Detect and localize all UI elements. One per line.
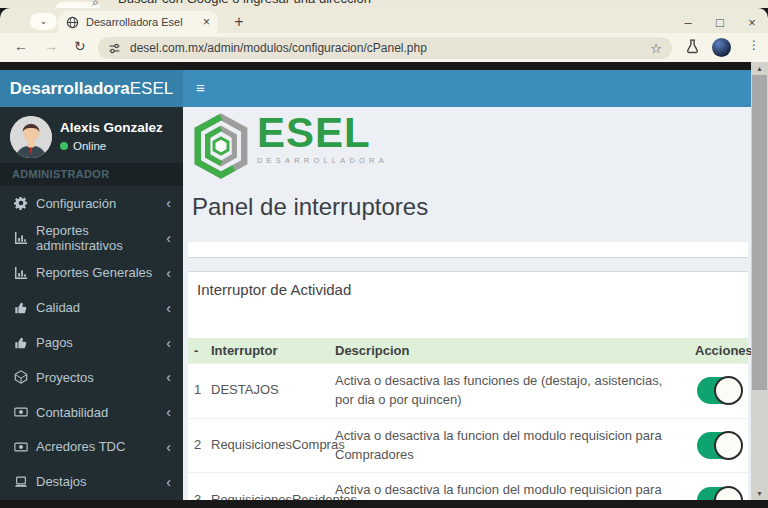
toggle-switch-requisiciones-compras[interactable] xyxy=(697,432,742,459)
switch-name: RequisicionesResidentes xyxy=(205,473,329,500)
window-controls: – □ × xyxy=(680,15,760,30)
scroll-down-icon[interactable]: ▼ xyxy=(751,490,768,497)
column-header-acciones: Acciones xyxy=(689,338,748,364)
sidebar-item-reportes-administrativos[interactable]: Reportes administrativos ‹ xyxy=(0,221,183,256)
close-button[interactable]: × xyxy=(744,15,760,30)
tab-search-button[interactable]: ⌄ xyxy=(30,13,57,30)
new-tab-button[interactable]: + xyxy=(228,11,250,33)
background-window-sliver: ⌕ Buscar con Google o ingresar una direc… xyxy=(0,0,768,8)
sidebar-item-configuracion[interactable]: Configuración ‹ xyxy=(0,186,183,221)
globe-icon xyxy=(66,16,79,29)
bar-chart-icon xyxy=(14,266,36,280)
back-button[interactable]: ← xyxy=(14,38,28,54)
thumbs-up-icon xyxy=(14,301,36,315)
scroll-up-icon[interactable]: ▲ xyxy=(751,65,768,72)
chevron-left-icon: ‹ xyxy=(166,369,171,385)
panel-title: Interruptor de Actividad xyxy=(197,281,351,298)
esel-logo: ESEL DESARROLLADORA xyxy=(192,113,388,179)
flask-icon[interactable] xyxy=(684,38,701,55)
table-row: 3 RequisicionesResidentes Activa o desac… xyxy=(188,473,748,500)
address-bar[interactable]: desel.com.mx/admin/modulos/configuracion… xyxy=(98,37,672,59)
chevron-left-icon: ‹ xyxy=(166,404,171,420)
tab-title: Desarrolladora Esel xyxy=(86,16,199,28)
switch-description: Activa o desactiva la funcion del modulo… xyxy=(329,418,689,473)
site-settings-icon[interactable] xyxy=(108,42,121,55)
search-suggestion-text: Buscar con Google o ingresar una direcci… xyxy=(118,0,371,6)
thumbs-up-icon xyxy=(14,336,36,350)
forward-button: → xyxy=(44,38,58,54)
toggle-knob xyxy=(714,486,743,500)
reload-button[interactable]: ↻ xyxy=(74,38,86,54)
sidebar-item-contabilidad[interactable]: Contabilidad ‹ xyxy=(0,395,183,430)
chevron-left-icon: ‹ xyxy=(166,439,171,455)
sidebar-item-destajos[interactable]: Destajos ‹ xyxy=(0,464,183,499)
maximize-button[interactable]: □ xyxy=(712,15,728,30)
sidebar-section-label: ADMINISTRADOR xyxy=(0,163,183,186)
sidebar-item-label: Destajos xyxy=(36,474,166,489)
browser-tabstrip: ⌄ Desarrolladora Esel × + – □ × xyxy=(0,8,768,33)
laptop-icon xyxy=(14,475,36,489)
sidebar-item-calidad[interactable]: Calidad ‹ xyxy=(0,290,183,325)
table-row: 1 DESTAJOS Activa o desactiva las funcio… xyxy=(188,364,748,419)
chevron-left-icon: ‹ xyxy=(166,265,171,281)
toggle-switch-requisiciones-residentes[interactable] xyxy=(697,487,742,500)
sidebar: Alexis Gonzalez Online ADMINISTRADOR Con… xyxy=(0,107,183,500)
sidebar-item-label: Proyectos xyxy=(36,370,166,385)
search-icon: ⌕ xyxy=(92,0,99,8)
sidebar-item-pagos[interactable]: Pagos ‹ xyxy=(0,325,183,360)
browser-menu-icon[interactable]: ⋮ xyxy=(748,38,760,52)
user-panel: Alexis Gonzalez Online xyxy=(0,107,183,163)
toggle-switch-destajos[interactable] xyxy=(697,377,742,404)
browser-tab[interactable]: Desarrolladora Esel × xyxy=(58,11,218,33)
profile-avatar[interactable] xyxy=(712,38,731,57)
switch-description: Activa o desactiva la funcion del modulo… xyxy=(329,473,689,500)
chevron-left-icon: ‹ xyxy=(166,300,171,316)
column-header-descripcion: Descripcion xyxy=(329,338,689,364)
logo-subtext: DESARROLLADORA xyxy=(257,156,388,165)
chevron-left-icon: ‹ xyxy=(166,230,171,246)
browser-toolbar: ← → ↻ desel.com.mx/admin/modulos/configu… xyxy=(0,33,768,62)
page-title: Panel de interruptores xyxy=(192,193,428,221)
switch-name: RequisicionesCompras xyxy=(205,418,329,473)
column-header-interruptor: Interruptor xyxy=(205,338,329,364)
switch-name: DESTAJOS xyxy=(205,364,329,419)
user-name: Alexis Gonzalez xyxy=(60,120,163,135)
chevron-left-icon: ‹ xyxy=(166,335,171,351)
app-brand[interactable]: DesarrolladoraESEL xyxy=(0,70,183,107)
logo-text: ESEL xyxy=(257,113,388,153)
sidebar-item-proyectos[interactable]: Proyectos ‹ xyxy=(0,360,183,395)
sidebar-item-acredores-tdc[interactable]: Acredores TDC ‹ xyxy=(0,430,183,465)
sidebar-item-label: Configuración xyxy=(36,196,166,211)
main-content: ESEL DESARROLLADORA Panel de interruptor… xyxy=(183,107,751,500)
bar-chart-icon xyxy=(14,231,36,245)
row-num: 3 xyxy=(188,473,205,500)
sidebar-item-label: Calidad xyxy=(36,300,166,315)
chevron-left-icon: ‹ xyxy=(166,474,171,490)
app-navbar: DesarrolladoraESEL ≡ xyxy=(0,70,751,107)
sidebar-toggle-icon[interactable]: ≡ xyxy=(196,79,205,96)
column-header-num: - xyxy=(188,338,205,364)
row-num: 1 xyxy=(188,364,205,419)
row-num: 2 xyxy=(188,418,205,473)
minimize-button[interactable]: – xyxy=(680,15,696,30)
toggle-knob xyxy=(714,376,743,405)
switch-panel: Interruptor de Actividad - Interruptor D… xyxy=(188,271,748,500)
chevron-left-icon: ‹ xyxy=(166,195,171,211)
user-avatar xyxy=(10,116,52,158)
tab-close-icon[interactable]: × xyxy=(203,15,210,29)
sidebar-item-label: Acredores TDC xyxy=(36,439,166,454)
scrollbar-thumb[interactable] xyxy=(752,75,767,390)
sidebar-item-reportes-generales[interactable]: Reportes Generales ‹ xyxy=(0,256,183,291)
table-header-row: - Interruptor Descripcion Acciones xyxy=(188,338,748,364)
page-scrollbar[interactable]: ▲ ▼ xyxy=(751,62,768,500)
user-status: Online xyxy=(60,140,106,152)
sidebar-item-label: Reportes administrativos xyxy=(36,223,166,253)
gear-icon xyxy=(14,196,36,210)
table-row: 2 RequisicionesCompras Activa o desactiv… xyxy=(188,418,748,473)
sidebar-item-label: Pagos xyxy=(36,335,166,350)
toggle-knob xyxy=(714,431,743,460)
money-icon xyxy=(14,405,36,419)
url-text[interactable]: desel.com.mx/admin/modulos/configuracion… xyxy=(130,41,650,55)
bookmark-star-icon[interactable]: ☆ xyxy=(650,41,662,56)
cube-icon xyxy=(14,370,36,384)
